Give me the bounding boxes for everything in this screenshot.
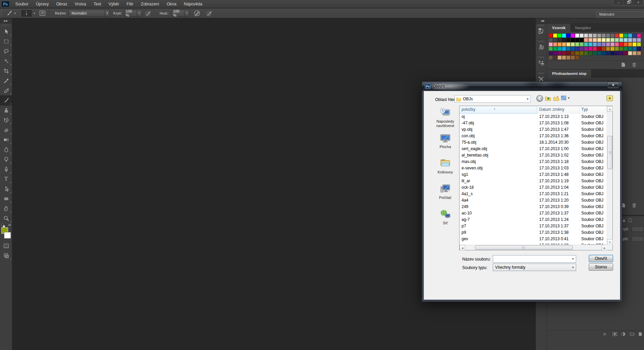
color-swatch[interactable] xyxy=(584,47,588,51)
color-swatch[interactable] xyxy=(624,47,628,51)
color-swatch[interactable] xyxy=(619,34,623,38)
place-desktop[interactable]: Plocha xyxy=(430,133,461,149)
color-swatch[interactable] xyxy=(566,56,570,60)
color-swatch[interactable] xyxy=(588,34,592,38)
color-swatch[interactable] xyxy=(575,34,579,38)
blend-mode-select[interactable]: Normální ▲▼ xyxy=(69,10,110,17)
menu-upravy[interactable]: Úpravy xyxy=(32,2,53,6)
color-swatch[interactable] xyxy=(619,51,623,55)
color-swatch[interactable] xyxy=(549,38,553,42)
color-swatch[interactable] xyxy=(580,51,584,55)
history-brush-tool[interactable] xyxy=(0,115,12,125)
new-layer-icon[interactable] xyxy=(638,332,642,336)
color-swatch[interactable] xyxy=(584,38,588,42)
color-swatch[interactable] xyxy=(615,42,619,46)
pen-pressure-icon[interactable] xyxy=(194,10,200,17)
file-row[interactable]: mas.obj17.10.2013 1:18Soubor OBJ xyxy=(460,159,607,165)
color-swatch[interactable] xyxy=(624,42,628,46)
color-swatch[interactable] xyxy=(562,51,566,55)
place-recent-places[interactable]: Naposledy navštívené xyxy=(430,107,461,128)
delete-preset-icon[interactable] xyxy=(632,203,637,208)
clone-stamp-tool[interactable] xyxy=(0,105,12,115)
color-swatch[interactable] xyxy=(597,34,601,38)
collapse-panels-icon[interactable]: ◀◀ xyxy=(536,18,644,24)
color-swatch[interactable] xyxy=(619,47,623,51)
shape-tool[interactable] xyxy=(0,194,12,204)
gradient-tool[interactable] xyxy=(0,135,12,145)
color-swatch[interactable] xyxy=(615,47,619,51)
color-swatch[interactable] xyxy=(575,51,579,55)
color-swatch[interactable] xyxy=(610,42,614,46)
color-swatch[interactable] xyxy=(628,47,632,51)
color-swatch[interactable] xyxy=(566,51,570,55)
adjustment-layer-icon[interactable] xyxy=(621,332,625,336)
color-swatch[interactable] xyxy=(566,47,570,51)
color-swatch[interactable] xyxy=(632,51,637,55)
file-row[interactable]: lil_ar17.10.2013 1:19Soubor OBJ xyxy=(460,178,607,184)
color-swatch[interactable] xyxy=(549,56,553,60)
color-swatch[interactable] xyxy=(628,51,632,55)
color-swatch[interactable] xyxy=(637,34,641,38)
file-row[interactable]: al_berettas.obj17.10.2013 1:02Soubor OBJ xyxy=(460,152,607,159)
color-swatch[interactable] xyxy=(628,38,632,42)
color-swatch[interactable] xyxy=(580,38,584,42)
marquee-tool[interactable] xyxy=(0,37,12,46)
color-swatch[interactable] xyxy=(588,47,592,51)
menu-vrstva[interactable]: Vrstva xyxy=(71,2,90,6)
color-swatch[interactable] xyxy=(606,51,610,55)
file-row[interactable]: gev17.10.2013 0:41Soubor OBJ xyxy=(460,236,607,242)
lock-icon[interactable] xyxy=(623,219,625,222)
color-swatch[interactable] xyxy=(566,34,570,38)
file-row[interactable]: p717.10.2013 1:37Soubor OBJ xyxy=(460,223,607,229)
eyedropper-tool[interactable] xyxy=(0,76,12,86)
color-swatch[interactable] xyxy=(584,42,588,46)
color-swatch[interactable] xyxy=(553,56,557,60)
horizontal-scrollbar[interactable]: ◀ ▶ xyxy=(460,245,607,250)
tools-grip[interactable] xyxy=(2,24,9,26)
scroll-up-icon[interactable]: ▲ xyxy=(607,106,613,112)
screen-mode-button[interactable] xyxy=(0,251,12,261)
magic-wand-tool[interactable] xyxy=(0,56,12,66)
color-swatch[interactable] xyxy=(571,56,575,60)
color-swatch[interactable] xyxy=(624,34,628,38)
color-swatch[interactable] xyxy=(558,51,562,55)
view-menu-icon[interactable] xyxy=(561,95,567,101)
layer-group-icon[interactable] xyxy=(630,332,635,336)
color-swatch[interactable] xyxy=(575,56,579,60)
layers-opacity-input[interactable] xyxy=(631,226,644,232)
zoom-tool[interactable] xyxy=(0,213,12,223)
file-row[interactable]: 4a417.10.2013 1:20Soubor OBJ xyxy=(460,197,607,204)
color-swatch[interactable] xyxy=(597,51,601,55)
brush-presets-panel-icon[interactable] xyxy=(536,40,547,56)
file-row[interactable]: 75-a.obj16.1.2014 20:30Soubor OBJ xyxy=(460,139,607,146)
color-swatch[interactable] xyxy=(606,47,610,51)
color-swatch[interactable] xyxy=(624,38,628,42)
color-swatch[interactable] xyxy=(628,34,632,38)
color-swatch[interactable] xyxy=(593,51,597,55)
place-computer[interactable]: Počítač xyxy=(430,184,461,200)
color-swatch[interactable] xyxy=(558,47,562,51)
color-swatch[interactable] xyxy=(553,34,557,38)
file-row[interactable]: sert_eagle.obj17.10.2013 1:00Soubor OBJ xyxy=(460,146,607,152)
menu-vyber[interactable]: Výběr xyxy=(105,2,123,6)
file-name-input[interactable]: ▼ xyxy=(493,255,576,263)
opacity-select[interactable]: 100 % ▼ xyxy=(124,10,142,17)
options-grip[interactable] xyxy=(1,9,2,17)
color-swatch[interactable] xyxy=(562,56,566,60)
file-row[interactable]: ac-1017.10.2013 1:37Soubor OBJ xyxy=(460,210,607,217)
color-swatch[interactable] xyxy=(558,42,562,46)
swap-colors-icon[interactable]: ⇄ xyxy=(8,223,11,227)
color-swatch[interactable] xyxy=(549,42,553,46)
color-swatch[interactable] xyxy=(593,42,597,46)
color-swatch[interactable] xyxy=(632,47,637,51)
color-swatch[interactable] xyxy=(615,51,619,55)
workspace-switcher[interactable]: Malování xyxy=(596,11,643,18)
color-swatch[interactable] xyxy=(549,34,553,38)
menu-obraz[interactable]: Obraz xyxy=(53,2,71,6)
tab-navigator[interactable]: Navigátor xyxy=(570,24,596,32)
airbrush-opacity-icon[interactable] xyxy=(145,10,151,17)
color-swatch[interactable] xyxy=(602,51,606,55)
color-swatch[interactable] xyxy=(571,47,575,51)
file-row[interactable]: con.obj17.10.2013 1:36Soubor OBJ xyxy=(460,133,607,139)
close-icon[interactable]: × xyxy=(633,0,643,5)
